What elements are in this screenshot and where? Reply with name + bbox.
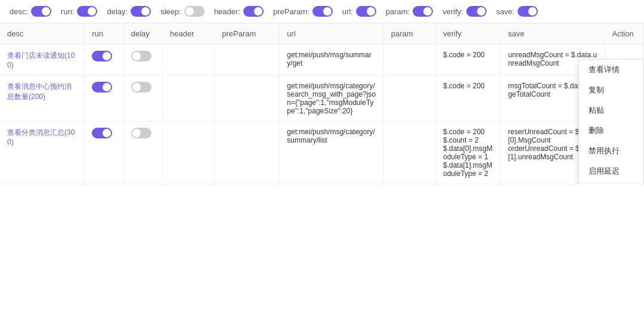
table-body: 查看门店未读通知(100)get:mei/push/msg/summary/ge… — [0, 45, 644, 184]
cell-header — [163, 76, 215, 122]
filter-label-delay: delay: — [107, 7, 128, 16]
filter-item-header: header: — [214, 6, 264, 17]
filter-label-preParam: preParam: — [273, 7, 309, 16]
filter-label-desc: desc: — [10, 7, 28, 16]
cell-verify: $.code = 200 $.count = 2 $.data[0].msgMo… — [436, 122, 501, 184]
filter-item-delay: delay: — [107, 6, 151, 17]
filter-label-header: header: — [214, 7, 240, 16]
header-run: run — [85, 23, 123, 45]
filter-toggle-url[interactable] — [356, 6, 376, 17]
cell-url: get:mei/push/msg/category/search_msg_wit… — [280, 76, 383, 122]
desc-link[interactable]: 查看门店未读通知(100) — [7, 51, 75, 69]
filter-toggle-preParam[interactable] — [312, 6, 333, 17]
cell-delay — [123, 45, 162, 76]
filter-item-verify: verify: — [442, 6, 487, 17]
cell-url: get:mei/push/msg/category/summary/list — [280, 122, 383, 184]
context-menu-item-粘贴[interactable]: 粘贴 — [579, 100, 643, 121]
header-save: save — [501, 23, 605, 45]
filter-item-save: save: — [496, 6, 538, 17]
filter-toggle-header[interactable] — [243, 6, 264, 17]
filter-toggle-run[interactable] — [77, 6, 97, 17]
context-menu-item-删除[interactable]: 删除 — [579, 121, 643, 141]
filter-item-desc: desc: — [10, 6, 51, 17]
header-param: param — [383, 23, 435, 45]
cell-delay — [123, 122, 162, 184]
filter-toggle-verify[interactable] — [466, 6, 487, 17]
filter-label-sleep: sleep: — [160, 7, 181, 16]
run-toggle-1[interactable] — [92, 82, 112, 92]
filter-item-param: param: — [386, 6, 433, 17]
cell-run — [85, 45, 123, 76]
cell-param — [383, 45, 435, 76]
filter-toggle-delay[interactable] — [131, 6, 151, 17]
desc-link[interactable]: 查看分类消息汇总(300) — [7, 128, 75, 146]
filter-item-preParam: preParam: — [273, 6, 333, 17]
context-menu-item-查看详情[interactable]: 查看详情 — [579, 60, 643, 80]
header-preparam: preParam — [215, 23, 280, 45]
header-action: Action — [605, 23, 644, 45]
filter-label-run: run: — [61, 7, 74, 16]
main-table: desc run delay header preParam url param… — [0, 23, 644, 184]
header-verify: verify — [436, 23, 501, 45]
cell-run — [85, 76, 123, 122]
filter-label-url: url: — [342, 7, 353, 16]
run-toggle-0[interactable] — [92, 51, 112, 61]
cell-preparam — [215, 76, 280, 122]
cell-desc: 查看消息中心预约消息数量(200) — [0, 76, 85, 122]
filter-label-verify: verify: — [442, 7, 463, 16]
filter-item-sleep: sleep: — [160, 6, 205, 17]
run-toggle-2[interactable] — [92, 128, 112, 138]
header-desc: desc — [0, 23, 85, 45]
cell-delay — [123, 76, 162, 122]
filter-item-run: run: — [61, 6, 97, 17]
cell-run — [85, 122, 123, 184]
filter-label-param: param: — [386, 7, 410, 16]
filter-toggle-sleep[interactable] — [184, 6, 205, 17]
cell-header — [163, 122, 215, 184]
filter-label-save: save: — [496, 7, 515, 16]
cell-url: get:mei/push/msg/summary/get — [280, 45, 383, 76]
filter-bar: desc:run:delay:sleep:header:preParam:url… — [0, 0, 644, 23]
context-menu-item-禁用执行[interactable]: 禁用执行 — [579, 141, 643, 161]
filter-toggle-desc[interactable] — [31, 6, 51, 17]
header-delay: delay — [123, 23, 162, 45]
delay-toggle-2[interactable] — [131, 128, 151, 138]
cell-param — [383, 76, 435, 122]
table-row: 查看门店未读通知(100)get:mei/push/msg/summary/ge… — [0, 45, 644, 76]
table-wrapper: desc run delay header preParam url param… — [0, 23, 644, 184]
cell-verify: $.code = 200 — [436, 45, 501, 76]
context-menu-divider — [579, 183, 643, 183]
table-row: 查看消息中心预约消息数量(200)get:mei/push/msg/catego… — [0, 76, 644, 122]
context-menu-item-启用延迟[interactable]: 启用延迟 — [579, 161, 643, 181]
header-header: header — [163, 23, 215, 45]
filter-item-url: url: — [342, 6, 376, 17]
cell-verify: $.code = 200 — [436, 76, 501, 122]
cell-param — [383, 122, 435, 184]
table-header-row: desc run delay header preParam url param… — [0, 23, 644, 45]
filter-toggle-save[interactable] — [518, 6, 538, 17]
table-row: 查看分类消息汇总(300)get:mei/push/msg/category/s… — [0, 122, 644, 184]
delay-toggle-0[interactable] — [131, 51, 151, 61]
header-url: url — [280, 23, 383, 45]
context-menu: 查看详情复制粘贴删除禁用执行启用延迟修改顺序修改等待复制链接上面添加行下面添加行 — [578, 59, 644, 184]
cell-desc: 查看门店未读通知(100) — [0, 45, 85, 76]
cell-desc: 查看分类消息汇总(300) — [0, 122, 85, 184]
delay-toggle-1[interactable] — [131, 82, 151, 92]
context-menu-item-复制[interactable]: 复制 — [579, 80, 643, 100]
cell-header — [163, 45, 215, 76]
cell-preparam — [215, 122, 280, 184]
desc-link[interactable]: 查看消息中心预约消息数量(200) — [7, 82, 72, 101]
filter-toggle-param[interactable] — [413, 6, 433, 17]
cell-preparam — [215, 45, 280, 76]
